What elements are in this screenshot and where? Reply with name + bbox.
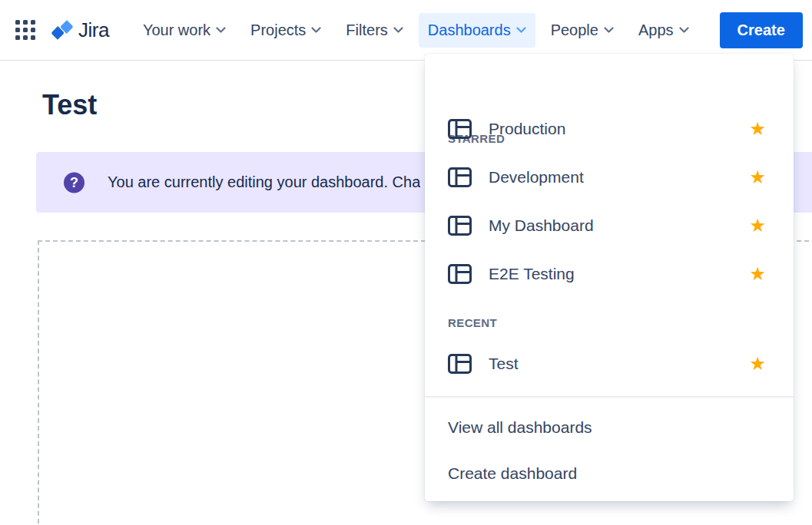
dashboard-icon <box>448 264 472 284</box>
chevron-down-icon <box>516 27 526 34</box>
dashboard-menu-item-development[interactable]: Development ★ <box>425 153 794 201</box>
grid-icon <box>15 20 36 41</box>
star-icon[interactable]: ★ <box>749 355 766 373</box>
view-all-dashboards-link[interactable]: View all dashboards <box>448 418 592 437</box>
chevron-down-icon <box>216 27 226 34</box>
chevron-down-icon <box>311 27 321 34</box>
dashboard-menu-item-my-dashboard[interactable]: My Dashboard ★ <box>425 201 794 249</box>
star-icon[interactable]: ★ <box>749 216 766 235</box>
jira-logo-text: Jira <box>78 18 109 42</box>
chevron-down-icon <box>604 27 614 34</box>
dashboard-icon <box>448 119 472 139</box>
banner-message: You are currently editing your dashboard… <box>108 173 420 191</box>
nav-item-label: Dashboards <box>428 21 511 39</box>
nav-item-projects[interactable]: Projects <box>241 13 330 48</box>
nav-item-label: Filters <box>346 21 387 39</box>
dashboard-name: E2E Testing <box>489 265 575 283</box>
question-mark-icon: ? <box>64 172 85 193</box>
menu-divider <box>425 396 794 398</box>
create-button[interactable]: Create <box>720 12 803 48</box>
star-icon[interactable]: ★ <box>749 265 766 283</box>
nav-item-label: Your work <box>143 21 210 39</box>
nav-item-label: People <box>551 21 598 39</box>
page-title: Test <box>42 91 97 119</box>
create-dashboard-link[interactable]: Create dashboard <box>448 464 577 483</box>
nav-item-your-work[interactable]: Your work <box>134 13 235 48</box>
nav-item-people[interactable]: People <box>542 13 623 48</box>
nav-item-filters[interactable]: Filters <box>336 13 412 48</box>
dashboard-name: Test <box>489 355 519 373</box>
star-icon[interactable]: ★ <box>749 168 766 187</box>
nav-item-label: Apps <box>638 21 674 39</box>
primary-nav: Your work Projects Filters Dashboards Pe… <box>134 13 698 48</box>
dashboard-icon <box>448 216 472 236</box>
dashboard-name: Production <box>489 120 565 138</box>
jira-logo-icon <box>50 18 75 42</box>
dashboard-name: Development <box>489 168 584 187</box>
star-icon[interactable]: ★ <box>749 120 766 138</box>
app-switcher-button[interactable] <box>15 18 36 41</box>
dashboard-name: My Dashboard <box>489 216 594 235</box>
dashboard-icon <box>448 167 472 187</box>
dashboard-menu-item-test[interactable]: Test ★ <box>425 339 794 388</box>
chevron-down-icon <box>679 27 689 34</box>
nav-item-apps[interactable]: Apps <box>629 13 698 48</box>
jira-logo[interactable]: Jira <box>50 18 109 42</box>
dashboard-menu-item-e2e-testing[interactable]: E2E Testing ★ <box>425 249 794 298</box>
section-heading-recent: RECENT <box>448 317 497 329</box>
dashboards-dropdown-menu: STARRED Production ★ Development ★ My Da… <box>425 54 794 501</box>
nav-item-label: Projects <box>250 21 306 39</box>
top-navigation: Jira Your work Projects Filters Dashboar… <box>0 0 812 61</box>
dashboard-icon <box>448 354 472 374</box>
dashboard-menu-item-production[interactable]: Production ★ <box>425 104 794 153</box>
chevron-down-icon <box>393 27 403 34</box>
nav-item-dashboards[interactable]: Dashboards <box>419 13 535 48</box>
